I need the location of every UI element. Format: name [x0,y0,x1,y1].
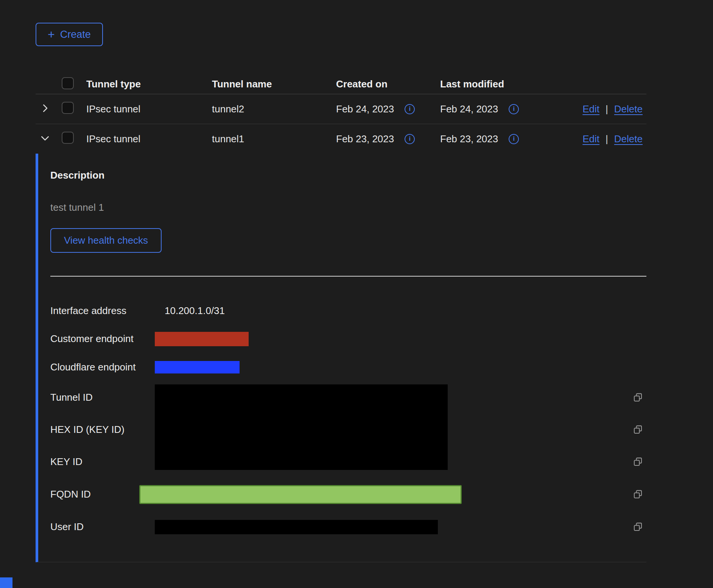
column-header-created-on: Created on [336,78,440,90]
field-row-interface-address: Interface address 10.200.1.0/31 [50,297,646,325]
redacted-user-id-value [155,520,438,534]
row-checkbox[interactable] [62,102,74,114]
description-value: test tunnel 1 [50,201,646,214]
column-header-tunnel-type: Tunnel type [86,78,212,90]
cloudflare-endpoint-label: Cloudflare endpoint [50,361,155,373]
field-row-fqdn-id: FQDN ID [50,478,646,511]
copy-user-id-button[interactable] [633,522,643,532]
chevron-right-icon [39,103,51,114]
copy-fqdn-id-button[interactable] [633,489,643,499]
redacted-customer-endpoint-value [155,332,249,346]
tunnels-page: + Create Tunnel type Tunnel name Created… [0,0,713,562]
created-on-value: Feb 24, 2023 [336,103,394,115]
key-id-label: KEY ID [50,456,155,468]
delete-link[interactable]: Delete [614,103,643,115]
edit-link[interactable]: Edit [582,103,599,115]
last-modified-value: Feb 24, 2023 [440,103,498,115]
column-header-last-modified: Last modified [440,78,643,90]
interface-address-label: Interface address [50,305,155,317]
info-icon[interactable]: i [509,134,519,144]
view-health-checks-button[interactable]: View health checks [50,228,162,253]
redacted-ids-value-block [155,384,448,470]
redacted-cloudflare-endpoint-value [155,361,240,373]
customer-endpoint-label: Customer endpoint [50,333,155,345]
plus-icon: + [48,28,55,40]
tunnel-name-cell: tunnel2 [212,103,336,115]
copy-icon [633,457,643,467]
description-label: Description [50,169,646,182]
field-row-customer-endpoint: Customer endpoint [50,325,646,353]
select-all-checkbox[interactable] [62,77,74,89]
redacted-fqdn-id-value [139,485,462,504]
last-modified-value: Feb 23, 2023 [440,133,498,145]
action-separator: | [606,103,608,115]
created-on-value: Feb 23, 2023 [336,133,394,145]
action-separator: | [606,133,608,145]
info-icon[interactable]: i [405,104,415,114]
create-button-label: Create [60,29,91,40]
tunnel-name-cell: tunnel1 [212,133,336,145]
tunnel-type-cell: IPsec tunnel [86,133,212,145]
details-divider [50,276,646,277]
copy-icon [633,489,643,499]
collapse-row-button[interactable] [39,132,51,145]
create-button[interactable]: + Create [36,23,103,46]
copy-icon [633,425,643,435]
delete-link[interactable]: Delete [614,133,643,145]
info-icon[interactable]: i [509,104,519,114]
copy-icon [633,522,643,532]
table-row-tunnel2: IPsec tunnel tunnel2 Feb 24, 2023 i Feb … [36,94,646,124]
table-row-tunnel1: IPsec tunnel tunnel1 Feb 23, 2023 i Feb … [36,124,646,154]
tunnel-fields: Interface address 10.200.1.0/31 Customer… [50,297,646,543]
tunnel-type-cell: IPsec tunnel [86,103,212,115]
copy-key-id-button[interactable] [633,457,643,467]
copy-tunnel-id-button[interactable] [633,392,643,403]
column-header-tunnel-name: Tunnel name [212,78,336,90]
row-checkbox[interactable] [62,132,74,144]
tunnel-id-label: Tunnel ID [50,392,155,403]
expand-row-button[interactable] [39,102,51,115]
field-row-user-id: User ID [50,511,646,543]
table-header-row: Tunnel type Tunnel name Created on Last … [36,74,646,94]
interface-address-value: 10.200.1.0/31 [155,305,225,317]
edit-link[interactable]: Edit [582,133,599,145]
field-row-cloudflare-endpoint: Cloudflare endpoint [50,353,646,381]
info-icon[interactable]: i [405,134,415,144]
tunnel-details-panel: Description test tunnel 1 View health ch… [36,154,646,562]
hex-id-label: HEX ID (KEY ID) [50,424,155,436]
copy-hex-id-button[interactable] [633,425,643,435]
chevron-down-icon [39,132,51,144]
user-id-label: User ID [50,521,155,533]
bottom-left-accent [0,577,12,588]
tunnels-table: Tunnel type Tunnel name Created on Last … [36,74,646,562]
copy-icon [633,392,643,403]
